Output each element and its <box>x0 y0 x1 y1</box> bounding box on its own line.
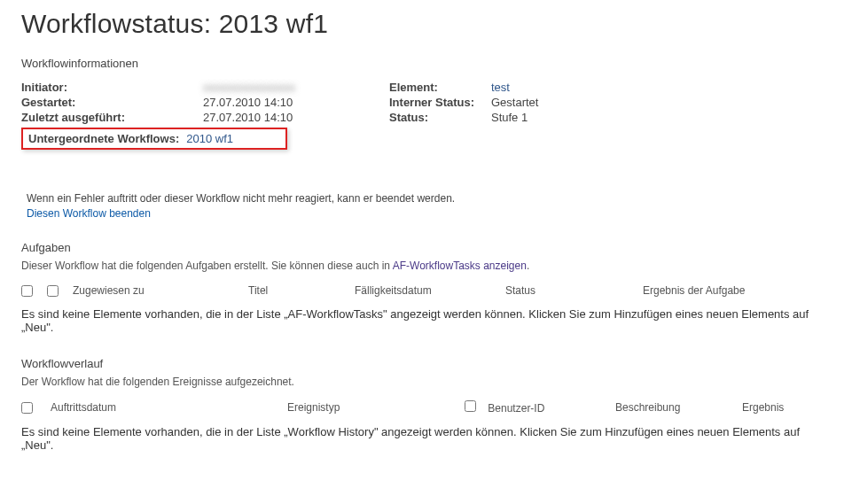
error-terminate-text: Wenn ein Fehler auftritt oder dieser Wor… <box>27 192 831 205</box>
tasks-col-due[interactable]: Fälligkeitsdatum <box>355 284 505 297</box>
tasks-heading: Aufgaben <box>21 241 831 254</box>
tasks-empty-message: Es sind keine Elemente vorhanden, die in… <box>21 307 831 334</box>
tasks-assigned-filter-checkbox[interactable] <box>47 285 59 297</box>
history-select-all-checkbox[interactable] <box>21 402 33 414</box>
history-empty-message: Es sind keine Elemente vorhanden, die in… <box>21 425 831 452</box>
value-internal-status: Gestartet <box>491 96 831 109</box>
error-terminate-block: Wenn ein Fehler auftritt oder dieser Wor… <box>21 192 831 220</box>
tasks-list-link[interactable]: AF-WorkflowTasks anzeigen <box>393 260 527 272</box>
history-col-description[interactable]: Beschreibung <box>615 401 742 414</box>
label-element: Element: <box>389 81 491 94</box>
history-col-result[interactable]: Ergebnis <box>742 401 831 414</box>
value-started: 27.07.2010 14:10 <box>203 96 389 109</box>
tasks-desc-prefix: Dieser Workflow hat die folgenden Aufgab… <box>21 260 393 272</box>
workflow-info-grid: Initiator: Gestartet: Zuletzt ausgeführt… <box>21 81 831 124</box>
tasks-select-all-checkbox[interactable] <box>21 285 33 297</box>
history-table-header: Auftrittsdatum Ereignistyp Benutzer-ID B… <box>21 399 831 416</box>
history-description: Der Workflow hat die folgenden Ereigniss… <box>21 376 831 388</box>
label-internal-status: Interner Status: <box>389 96 491 109</box>
value-initiator: xxxxxxxxxxxxxxxx <box>203 81 389 94</box>
tasks-col-title[interactable]: Titel <box>248 284 355 297</box>
label-initiator: Initiator: <box>21 81 203 94</box>
label-status: Status: <box>389 111 491 124</box>
value-last-run: 27.07.2010 14:10 <box>203 111 389 124</box>
tasks-col-outcome[interactable]: Ergebnis der Aufgabe <box>643 284 831 297</box>
label-child-workflows: Untergeordnete Workflows: <box>28 132 179 145</box>
tasks-desc-suffix: . <box>527 260 529 272</box>
tasks-table-header: Zugewiesen zu Titel Fälligkeitsdatum Sta… <box>21 283 831 299</box>
value-element-link[interactable]: test <box>491 81 831 94</box>
history-col-event-type[interactable]: Ereignistyp <box>287 401 340 414</box>
history-col-date[interactable]: Auftrittsdatum <box>51 401 116 414</box>
child-workflow-link[interactable]: 2010 wf1 <box>186 132 233 145</box>
terminate-workflow-link[interactable]: Diesen Workflow beenden <box>27 207 831 220</box>
history-heading: Workflowverlauf <box>21 357 831 370</box>
workflow-info-heading: Workflowinformationen <box>21 57 831 70</box>
tasks-description: Dieser Workflow hat die folgenden Aufgab… <box>21 260 831 272</box>
tasks-col-assigned[interactable]: Zugewiesen zu <box>73 284 145 297</box>
child-workflows-highlight: Untergeordnete Workflows: 2010 wf1 <box>21 128 287 150</box>
label-started: Gestartet: <box>21 96 203 109</box>
value-status: Stufe 1 <box>491 111 831 124</box>
label-last-run: Zuletzt ausgeführt: <box>21 111 203 124</box>
tasks-col-status[interactable]: Status <box>505 284 643 297</box>
page-title: Workflowstatus: 2013 wf1 <box>21 9 831 39</box>
history-user-filter-checkbox[interactable] <box>465 400 476 412</box>
history-col-user-id[interactable]: Benutzer-ID <box>488 402 544 415</box>
